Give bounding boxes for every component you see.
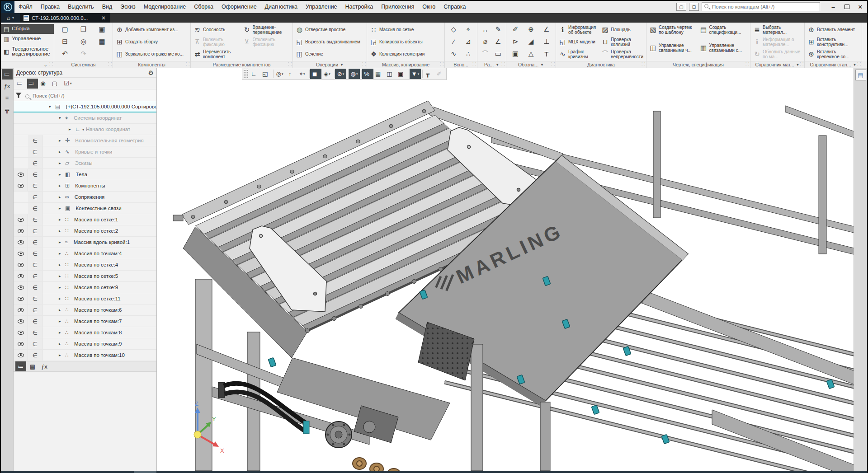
tree-item-components[interactable]: ∈ ▸ ⊞ ● Компоненты bbox=[14, 180, 156, 192]
tree-tab-variables[interactable]: ƒx bbox=[39, 361, 50, 371]
continuity-check-button[interactable]: ⌒ Проверка непрерывности bbox=[600, 48, 645, 60]
create-specification-button[interactable]: ▤ Создать спецификаци... bbox=[698, 23, 749, 36]
section-button[interactable]: ◫ Сечение bbox=[294, 48, 365, 60]
tree-item-grid-array-9[interactable]: ∈ ▸ ∷ ● Массив по сетке:9 bbox=[14, 282, 156, 293]
pick-color-button[interactable]: ✐ ▾ bbox=[434, 69, 446, 79]
ribbon-section-label[interactable]: Диагностика bbox=[556, 61, 646, 68]
scrollbar-thumb[interactable] bbox=[134, 471, 156, 473]
hierarchy-button[interactable]: ╦ bbox=[2, 104, 13, 115]
expand-caret-icon[interactable]: ▸ bbox=[59, 161, 63, 165]
structure-view-button[interactable]: ≔ ▾ bbox=[15, 79, 26, 89]
expand-caret-icon[interactable]: ▸ bbox=[59, 274, 63, 278]
selection-areas-button[interactable]: ▢ ▾ bbox=[51, 79, 61, 89]
ribbon-section-label[interactable]: Справочник стан...▼ bbox=[805, 61, 862, 68]
visibility-eye-icon[interactable] bbox=[14, 225, 28, 236]
close-tab-icon[interactable]: ✕ bbox=[100, 15, 107, 21]
angle-dimension-button[interactable]: ∠ bbox=[492, 36, 505, 47]
material-info-button[interactable]: ℹ Информация о материале... bbox=[752, 36, 803, 48]
placement-button[interactable]: ◱ ▾ bbox=[260, 69, 272, 79]
main-menu-button[interactable]: ≡ bbox=[2, 92, 13, 103]
menu-item[interactable]: Приложения bbox=[377, 4, 418, 10]
position-leader-button[interactable]: ⊕ bbox=[523, 23, 538, 35]
visibility-eye-icon[interactable] bbox=[14, 316, 28, 327]
expand-caret-icon[interactable]: ▸ bbox=[59, 240, 63, 244]
include-in-section-icon[interactable]: ∈ bbox=[28, 192, 42, 202]
include-in-section-icon[interactable]: ∈ bbox=[28, 203, 42, 214]
expand-caret-icon[interactable]: ▸ bbox=[69, 127, 73, 131]
minimize-button[interactable]: – bbox=[826, 2, 840, 12]
tree-item-grid-array-1[interactable]: ∈ ▸ ∷ ● Массив по сетке:1 bbox=[14, 214, 156, 225]
array-instances-button[interactable]: % ▾ bbox=[362, 69, 373, 79]
visibility-eye-icon[interactable] bbox=[14, 214, 28, 225]
layout-toggle-icon[interactable]: ▢ bbox=[676, 3, 686, 11]
normal-to-button[interactable]: ↑ ▾ bbox=[285, 69, 297, 79]
hide-objects-button[interactable]: ⊘ ▾ bbox=[335, 69, 346, 79]
mode-assembly[interactable]: ▤ Сборка bbox=[1, 24, 54, 34]
tree-item-bodies[interactable]: ∈ ▸ ◧ ● Тела bbox=[14, 169, 156, 180]
variables-fx-button[interactable]: ƒx bbox=[2, 80, 13, 91]
tree-item-coordinate-systems[interactable]: ∈ ▾ ⌖ ● Системы координат bbox=[14, 112, 156, 124]
expand-caret-icon[interactable]: ▾ bbox=[59, 116, 63, 120]
tree-item-sketches[interactable]: ∈ ▸ ▱ ● Эскизы bbox=[14, 158, 156, 169]
rotate-move-component-button[interactable]: ↻ Вращение-перемещение bbox=[242, 23, 292, 36]
menu-item[interactable]: Справка bbox=[439, 4, 470, 10]
ribbon-section-label[interactable]: Ра...▼ bbox=[477, 61, 506, 68]
menu-item[interactable]: Оформление bbox=[217, 4, 261, 10]
maximize-button[interactable] bbox=[840, 2, 854, 12]
enable-fixation-button[interactable]: ⊼ Включить фиксацию bbox=[192, 36, 242, 48]
visibility-eye-icon[interactable] bbox=[14, 259, 28, 270]
scene-settings-button[interactable]: ▣ ▾ bbox=[396, 69, 407, 79]
include-in-section-icon[interactable]: ∈ bbox=[28, 135, 42, 146]
point-button[interactable]: ∴ bbox=[461, 48, 476, 60]
menu-item[interactable]: Окно bbox=[418, 4, 439, 10]
collapse-ribbon-button[interactable]: ⌄ bbox=[1, 61, 54, 68]
oriented-csys-button[interactable]: ∟ ▾ bbox=[249, 69, 260, 79]
screen-settings-icon[interactable]: ⊡ bbox=[689, 3, 699, 11]
bronze-rollers[interactable] bbox=[353, 458, 401, 471]
mode-management[interactable]: ▥ Управление bbox=[1, 34, 54, 44]
coaxial-mate-button[interactable]: ≋ Соосность bbox=[192, 23, 242, 36]
include-in-section-icon[interactable]: ∈ bbox=[28, 169, 42, 180]
expand-caret-icon[interactable]: ▸ bbox=[59, 353, 63, 357]
menu-item[interactable]: Управление bbox=[302, 4, 341, 10]
collision-check-button[interactable]: ⊔ Проверка коллизий bbox=[600, 36, 645, 48]
visibility-eye-icon[interactable] bbox=[14, 304, 28, 315]
local-csys-button[interactable]: ⌖ bbox=[461, 23, 476, 35]
home-button[interactable]: ⌂ ▾ bbox=[1, 13, 20, 23]
exploded-view-button[interactable]: ▦ ▾ bbox=[373, 69, 385, 79]
disable-fixation-button[interactable]: ⊻ Отключить фиксацию bbox=[242, 36, 292, 48]
close-window-button[interactable]: ✕ bbox=[854, 2, 867, 12]
filter-objects-button[interactable]: ▼ ▾ bbox=[410, 69, 421, 79]
parameters-panel-button[interactable]: ▤ bbox=[855, 70, 866, 80]
expand-caret-icon[interactable]: ▸ bbox=[59, 342, 63, 346]
placement-spacer[interactable] bbox=[242, 48, 292, 60]
radius-dimension-button[interactable]: ⌒ bbox=[479, 48, 492, 60]
expand-caret-icon[interactable]: ▾ bbox=[49, 104, 53, 109]
ribbon-section-label[interactable]: Чертеж, спецификация bbox=[646, 61, 750, 68]
ribbon-section-label[interactable]: Размещение компонентов bbox=[191, 61, 292, 68]
tree-item-points-array-9[interactable]: ∈ ▸ ∴ ● Массив по точкам:9 bbox=[14, 338, 156, 350]
redo-button[interactable]: ↷ bbox=[74, 48, 93, 60]
composition-view-button[interactable]: ≕ ▾ bbox=[27, 79, 38, 89]
include-in-section-icon[interactable]: ∈ bbox=[28, 282, 42, 293]
flag-mark-button[interactable]: ⊳ bbox=[508, 36, 523, 47]
visibility-eye-icon[interactable] bbox=[14, 248, 28, 259]
include-in-section-icon[interactable]: ∈ bbox=[28, 271, 42, 281]
visibility-eye-icon[interactable] bbox=[14, 327, 28, 338]
add-component-from-file-button[interactable]: ⊕ Добавить компонент из... bbox=[114, 23, 189, 36]
tree-tab-structure[interactable]: ≔ bbox=[15, 361, 26, 371]
include-in-section-icon[interactable]: ∈ bbox=[28, 237, 42, 248]
include-in-section-icon[interactable]: ∈ bbox=[28, 225, 42, 236]
include-in-section-icon[interactable]: ∈ bbox=[28, 304, 42, 315]
tree-item-points-array-4[interactable]: ∈ ▸ ∴ ● Массив по точкам:4 bbox=[14, 248, 156, 259]
clip-objects-button[interactable]: ◍ ▾ bbox=[349, 69, 360, 79]
expand-caret-icon[interactable]: ▸ bbox=[59, 251, 63, 256]
expand-caret-icon[interactable]: ▸ bbox=[59, 262, 63, 267]
linear-dimension-button[interactable]: ↔ bbox=[479, 23, 492, 35]
diameter-dimension-button[interactable]: ⌀ bbox=[479, 36, 492, 47]
expand-caret-icon[interactable]: ▸ bbox=[59, 206, 63, 211]
shaded-display-button[interactable]: ◼ ▾ bbox=[310, 69, 321, 79]
save-button[interactable]: ▣ bbox=[93, 23, 111, 35]
include-in-section-icon[interactable]: ∈ bbox=[28, 146, 42, 157]
print-button[interactable]: ⊟ bbox=[56, 36, 74, 47]
